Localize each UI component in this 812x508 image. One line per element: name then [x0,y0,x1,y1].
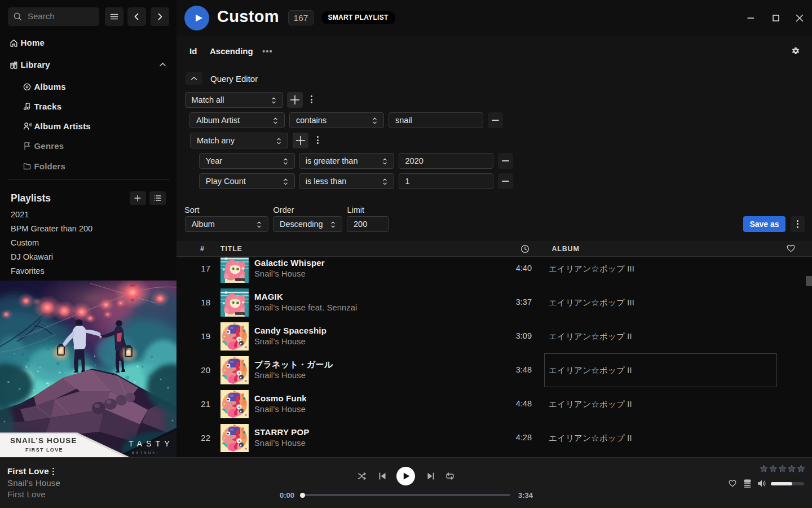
svg-text:SNAIL’S HOUSE: SNAIL’S HOUSE [10,436,77,445]
svg-text:TASTY: TASTY [129,439,174,448]
svg-text:FIRST LOVE: FIRST LOVE [25,447,63,453]
svg-text:BSTNNXI: BSTNNXI [132,451,159,454]
